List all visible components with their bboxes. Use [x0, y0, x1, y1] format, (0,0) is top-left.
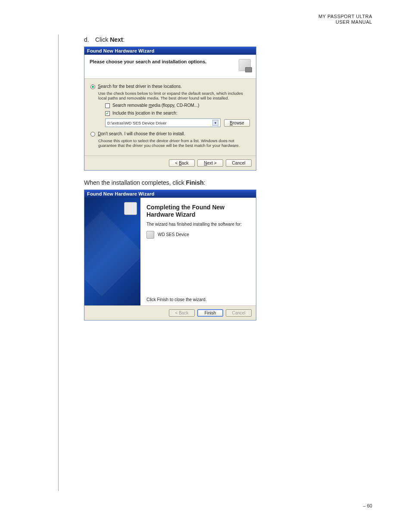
header-line2: USER MANUAL	[318, 19, 372, 25]
next-button[interactable]: Next >	[197, 159, 223, 167]
radio-unselected-icon	[90, 132, 95, 137]
path-value: D:\extras\WD SES Device Driver	[107, 121, 167, 125]
checkbox-unchecked-icon	[105, 103, 110, 108]
chevron-down-icon: ▾	[212, 120, 218, 126]
device-icon	[146, 231, 154, 239]
step-finish-line: When the installation completes, click F…	[84, 179, 364, 186]
dialog-right-pane: Completing the Found New Hardware Wizard…	[140, 198, 256, 305]
margin-divider	[58, 34, 59, 491]
step-d-line: d. Click Next:	[84, 36, 364, 43]
radio-dont-search[interactable]: Don't search. I will choose the driver t…	[90, 131, 250, 137]
radio-search-best[interactable]: Search for the best driver in these loca…	[90, 84, 250, 89]
back-button: < Back	[169, 309, 195, 317]
page-content: d. Click Next: Found New Hardware Wizard…	[84, 36, 364, 329]
header-line1: MY PASSPORT ULTRA	[318, 14, 372, 19]
dialog-header: Please choose your search and installati…	[84, 55, 256, 79]
device-name: WD SES Device	[158, 232, 189, 237]
radio-selected-icon	[90, 84, 95, 89]
radio-label: Search for the best driver in these loca…	[98, 84, 182, 89]
path-row: D:\extras\WD SES Device Driver ▾ Browse	[105, 118, 250, 127]
wizard-close-note: Click Finish to close the wizard.	[146, 297, 250, 302]
dialog-body: Search for the best driver in these loca…	[84, 79, 256, 156]
decorative-shape	[84, 211, 140, 296]
dialog-footer: < Back Next > Cancel	[84, 156, 256, 170]
step-text-suffix: :	[123, 36, 125, 43]
finish-button[interactable]: Finish	[197, 309, 223, 317]
checkbox-include-location[interactable]: Include this location in the search:	[105, 111, 250, 116]
checkbox-checked-icon	[105, 111, 110, 116]
page-number: – 60	[363, 503, 372, 508]
dialog-titlebar: Found New Hardware Wizard	[84, 47, 256, 55]
step-text-bold: Finish	[186, 179, 204, 186]
wizard-complete-title: Completing the Found New Hardware Wizard	[146, 204, 250, 218]
wizard-complete-sub: The wizard has finished installing the s…	[146, 222, 250, 227]
step-text-prefix: When the installation completes, click	[84, 179, 186, 186]
doc-header: MY PASSPORT ULTRA USER MANUAL	[318, 14, 372, 25]
cancel-button[interactable]: Cancel	[226, 159, 252, 167]
dialog-header-title: Please choose your search and installati…	[90, 59, 206, 64]
hardware-icon	[124, 202, 137, 215]
step-text-suffix: :	[204, 179, 206, 186]
location-path-dropdown[interactable]: D:\extras\WD SES Device Driver ▾	[105, 118, 221, 127]
device-row: WD SES Device	[146, 231, 250, 239]
checkbox-removable-media[interactable]: Search removable media (floppy, CD-ROM..…	[105, 103, 250, 108]
dialog-body: Completing the Found New Hardware Wizard…	[84, 198, 256, 305]
search-description: Use the check boxes below to limit or ex…	[98, 91, 250, 100]
wizard-complete-dialog: Found New Hardware Wizard Completing the…	[84, 190, 256, 320]
browse-button[interactable]: Browse	[224, 119, 250, 127]
step-text-prefix: Click	[95, 36, 110, 43]
wizard-side-graphic	[84, 198, 140, 305]
cancel-button: Cancel	[226, 309, 252, 317]
step-marker: d.	[84, 36, 93, 43]
hardware-icon	[239, 59, 251, 71]
step-text-bold: Next	[110, 36, 123, 43]
checkbox-label: Search removable media (floppy, CD-ROM..…	[112, 103, 199, 108]
back-button[interactable]: < Back	[169, 159, 195, 167]
dialog-footer: < Back Finish Cancel	[84, 305, 256, 320]
radio-label: Don't search. I will choose the driver t…	[98, 131, 185, 136]
wizard-search-dialog: Found New Hardware Wizard Please choose …	[84, 47, 256, 171]
checkbox-label: Include this location in the search:	[112, 111, 177, 115]
dialog-titlebar: Found New Hardware Wizard	[84, 190, 256, 198]
dont-search-description: Choose this option to select the device …	[98, 138, 250, 148]
